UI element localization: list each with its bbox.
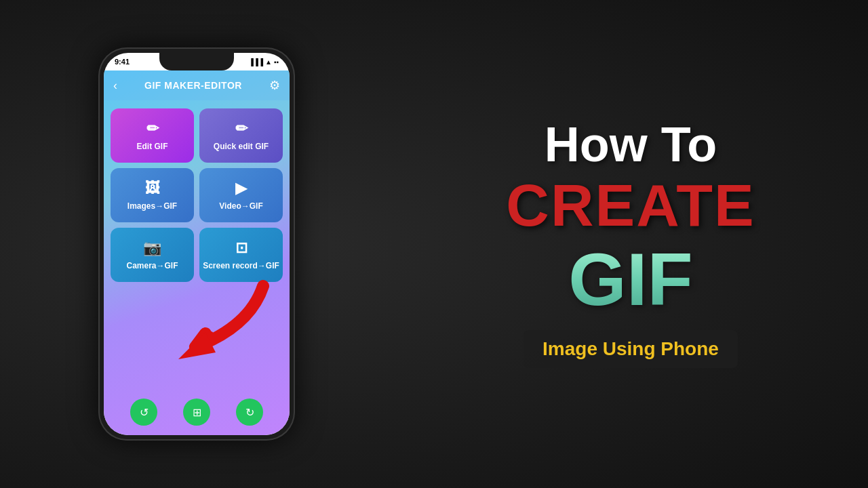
quick-edit-label: Quick edit GIF — [214, 142, 269, 151]
images-gif-icon: 🖼 — [145, 180, 160, 197]
wifi-icon: ▲ — [265, 58, 272, 66]
how-to-text: How To — [545, 120, 717, 169]
button-row-2: 🖼 Images→GIF ▶ Video→GIF — [111, 168, 283, 222]
screen-record-icon: ⊡ — [235, 239, 248, 257]
video-gif-label: Video→GIF — [219, 201, 262, 211]
video-gif-button[interactable]: ▶ Video→GIF — [199, 168, 283, 222]
phone-notch — [159, 53, 234, 70]
edit-gif-label: Edit GIF — [137, 142, 168, 151]
back-button[interactable]: ‹ — [113, 79, 117, 93]
quick-edit-icon: ✏ — [235, 120, 248, 138]
create-text: CREATE — [506, 176, 755, 235]
nav-image-icon: ↻ — [245, 406, 254, 419]
images-gif-label: Images→GIF — [127, 201, 177, 211]
subtitle-text: Image Using Phone — [542, 338, 719, 360]
nav-history-icon: ↺ — [140, 406, 149, 419]
quick-edit-gif-button[interactable]: ✏ Quick edit GIF — [199, 108, 283, 163]
battery-icon: ▪▪ — [274, 58, 279, 66]
phone-section: 9:41 ▐▐▐ ▲ ▪▪ ‹ GIF MAKER-EDITOR ⚙ — [0, 0, 393, 488]
red-arrow — [141, 272, 277, 367]
app-content: ‹ GIF MAKER-EDITOR ⚙ ✏ Edit GIF ✏ — [104, 70, 290, 435]
scene: 9:41 ▐▐▐ ▲ ▪▪ ‹ GIF MAKER-EDITOR ⚙ — [0, 0, 868, 488]
phone-outer: 9:41 ▐▐▐ ▲ ▪▪ ‹ GIF MAKER-EDITOR ⚙ — [98, 47, 295, 441]
text-section: How To CREATE GIF Image Using Phone — [393, 106, 868, 382]
app-title: GIF MAKER-EDITOR — [144, 80, 242, 91]
nav-image-button[interactable]: ↻ — [236, 399, 263, 426]
nav-crop-icon: ⊞ — [193, 406, 201, 419]
edit-gif-icon: ✏ — [146, 120, 159, 138]
video-gif-icon: ▶ — [235, 180, 247, 197]
gif-text: GIF — [568, 242, 692, 317]
camera-gif-label: Camera→GIF — [126, 261, 178, 270]
bottom-nav: ↺ ⊞ ↻ — [104, 394, 290, 435]
edit-gif-button[interactable]: ✏ Edit GIF — [111, 108, 194, 163]
button-row-1: ✏ Edit GIF ✏ Quick edit GIF — [111, 108, 283, 163]
nav-crop-button[interactable]: ⊞ — [183, 399, 210, 426]
screen-record-label: Screen record→GIF — [203, 261, 279, 270]
app-header: ‹ GIF MAKER-EDITOR ⚙ — [104, 70, 290, 100]
settings-icon[interactable]: ⚙ — [269, 78, 280, 93]
subtitle-box: Image Using Phone — [524, 330, 738, 368]
status-icons: ▐▐▐ ▲ ▪▪ — [249, 58, 279, 66]
signal-icon: ▐▐▐ — [249, 58, 263, 66]
nav-history-button[interactable]: ↺ — [130, 399, 157, 426]
camera-gif-icon: 📷 — [143, 239, 161, 257]
phone-inner: 9:41 ▐▐▐ ▲ ▪▪ ‹ GIF MAKER-EDITOR ⚙ — [104, 53, 290, 435]
status-time: 9:41 — [115, 58, 130, 66]
images-gif-button[interactable]: 🖼 Images→GIF — [111, 168, 194, 222]
